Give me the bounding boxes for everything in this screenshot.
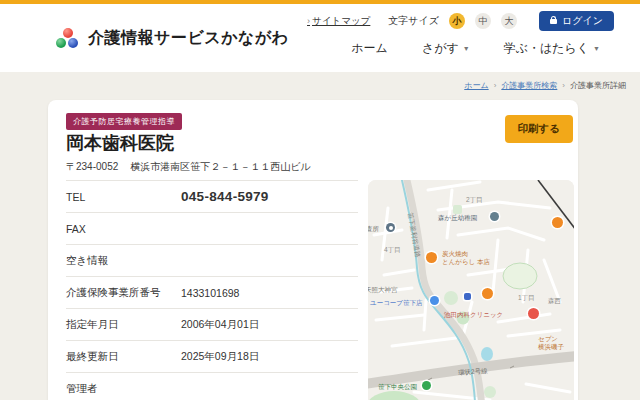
font-size-small-button[interactable]: 小 (449, 13, 465, 29)
lock-icon (550, 19, 557, 24)
map-label-seven-eleven[interactable]: セブン 横浜磯子 (538, 335, 564, 351)
table-row-last-updated: 最終更新日 2025年09月18日 (66, 340, 358, 372)
map-label-coop[interactable]: ユーコープ笹下店 (370, 299, 422, 307)
service-type-badge: 介護予防居宅療養管理指導 (66, 113, 182, 130)
header-right: › サイトマップ 文字サイズ 小 中 大 ログイン ホーム さがす▼ 学ぶ・はた… (307, 4, 614, 72)
row-label: 指定年月日 (66, 318, 181, 332)
logo-icon (56, 28, 79, 49)
sitemap-label: サイトマップ (312, 15, 370, 28)
chevron-down-icon: ▼ (593, 45, 600, 52)
map-label-kindergarten[interactable]: 森が丘幼稚園 (438, 214, 477, 222)
row-label: 最終更新日 (66, 350, 181, 364)
bus-stop-icon[interactable] (464, 293, 471, 300)
table-row-manager: 管理者 (66, 372, 358, 400)
restaurant-marker-icon[interactable] (552, 217, 563, 228)
facility-marker-icon[interactable] (386, 223, 395, 232)
table-row-fax: FAX (66, 212, 358, 244)
font-size-large-button[interactable]: 大 (501, 13, 517, 29)
row-label: 空き情報 (66, 254, 181, 268)
park-marker-icon[interactable] (422, 381, 431, 390)
row-value: 045-844-5979 (181, 189, 269, 204)
logo-green-circle (56, 38, 66, 48)
nav-search-label: さがす (422, 40, 459, 57)
site-logo-home-link[interactable]: 介護情報サービスかながわ (56, 18, 289, 58)
map-label-4chome: 4丁目 (384, 246, 401, 254)
table-row-office-number: 介護保険事業所番号 1433101698 (66, 276, 358, 308)
table-row-tel: TEL 045-844-5979 (66, 180, 358, 212)
breadcrumb: ホーム › 介護事業所検索 › 介護事業所詳細 (464, 80, 626, 91)
print-button[interactable]: 印刷する (505, 115, 574, 143)
map-label-inspection-office[interactable]: 査所 (368, 225, 379, 233)
school-marker-icon[interactable] (490, 212, 499, 221)
facility-detail-card: 介護予防居宅療養管理指導 印刷する 岡本歯科医院 〒234-0052横浜市港南区… (48, 100, 578, 400)
map-label-central-park[interactable]: 笹下中央公園 (378, 383, 417, 391)
map-label-2chome: 2丁目 (466, 196, 483, 204)
restaurant-marker-icon[interactable] (482, 288, 493, 299)
map-canvas (368, 180, 574, 400)
logo-red-circle (63, 28, 73, 38)
font-size-label: 文字サイズ (388, 14, 439, 28)
map-label-morinishi: 森西 (548, 297, 561, 305)
map-label-yakiniku[interactable]: 炭火焼肉 とんがらし 本店 (442, 250, 490, 266)
font-size-medium-button[interactable]: 中 (475, 13, 491, 29)
site-title: 介護情報サービスかながわ (88, 28, 289, 49)
nav-learn-work-label: 学ぶ・はたらく (504, 40, 589, 57)
main-nav: ホーム さがす▼ 学ぶ・はたらく▼ (351, 40, 600, 57)
row-label: 管理者 (66, 382, 181, 396)
login-button[interactable]: ログイン (539, 11, 614, 31)
facility-map[interactable]: 笹下釜利谷道路 環状2号線 査所 森が丘幼稚園 2丁目 4丁目 炭火焼肉 とんが… (368, 180, 574, 400)
store-marker-icon[interactable] (430, 296, 439, 305)
breadcrumb-separator: › (494, 81, 497, 90)
row-label: TEL (66, 191, 181, 203)
nav-home-label: ホーム (351, 40, 388, 57)
login-label: ログイン (562, 14, 603, 28)
detail-table: TEL 045-844-5979 FAX 空き情報 介護保険事業所番号 1433… (66, 180, 358, 400)
site-header: 介護情報サービスかながわ › サイトマップ 文字サイズ 小 中 大 ログイン ホ… (0, 4, 640, 72)
breadcrumb-current: 介護事業所詳細 (570, 80, 626, 91)
row-label: FAX (66, 223, 181, 235)
row-label: 介護保険事業所番号 (66, 286, 181, 300)
chevron-down-icon: ▼ (463, 45, 470, 52)
row-value: 2006年04月01日 (181, 318, 259, 332)
map-label-shrine[interactable]: 天照大神宮 (368, 286, 398, 294)
table-row-availability: 空き情報 (66, 244, 358, 276)
nav-learn-work[interactable]: 学ぶ・はたらく▼ (504, 40, 600, 57)
postal-code: 〒234-0052 (66, 161, 118, 172)
logo-blue-circle (68, 38, 78, 48)
breadcrumb-separator: › (562, 81, 565, 90)
sitemap-link[interactable]: › サイトマップ (307, 15, 370, 28)
chevron-right-icon: › (307, 16, 310, 26)
restaurant-marker-icon[interactable] (426, 252, 437, 263)
facility-name: 岡本歯科医院 (66, 131, 174, 155)
row-value: 2025年09月18日 (181, 350, 259, 364)
utility-bar: › サイトマップ 文字サイズ 小 中 大 ログイン (307, 11, 614, 31)
breadcrumb-home-link[interactable]: ホーム (464, 80, 488, 91)
table-row-designation-date: 指定年月日 2006年04月01日 (66, 308, 358, 340)
address-text: 横浜市港南区笹下２－１－１１西山ビル (130, 161, 310, 172)
map-label-clinic[interactable]: 池田内科クリニック (444, 311, 503, 319)
hospital-marker-icon[interactable] (528, 308, 539, 319)
map-label-1chome: 1丁目 (518, 294, 535, 302)
nav-search[interactable]: さがす▼ (422, 40, 470, 57)
breadcrumb-search-link[interactable]: 介護事業所検索 (501, 80, 557, 91)
row-value: 1433101698 (181, 287, 239, 299)
nav-home[interactable]: ホーム (351, 40, 388, 57)
facility-address: 〒234-0052横浜市港南区笹下２－１－１１西山ビル (66, 160, 311, 174)
